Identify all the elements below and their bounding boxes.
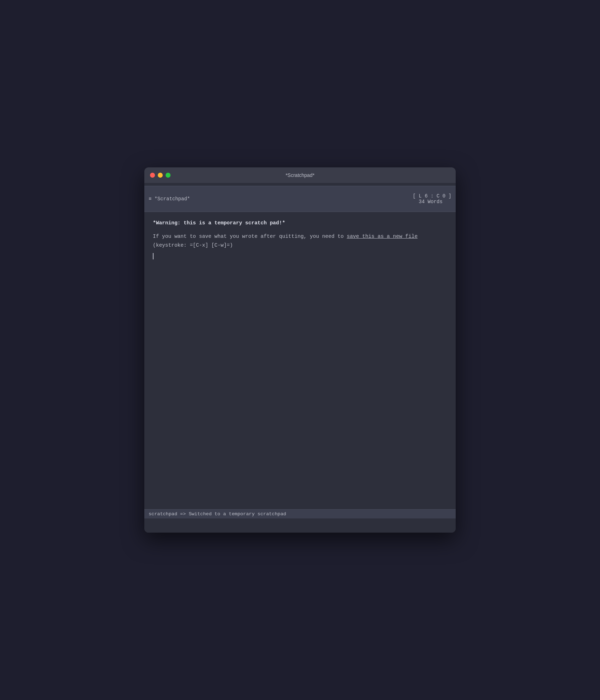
traffic-lights bbox=[150, 173, 171, 178]
minimize-button[interactable] bbox=[158, 173, 163, 178]
titlebar: *Scratchpad* bbox=[144, 167, 456, 183]
word-count: 34 Words bbox=[413, 199, 443, 205]
status-bar: scratchpad => Switched to a temporary sc… bbox=[144, 509, 456, 518]
bottom-padding bbox=[144, 518, 456, 533]
menu-icon: ≡ bbox=[149, 196, 151, 202]
info-suffix: (keystroke: =[C-x] [C-w]=) bbox=[153, 242, 233, 248]
position-indicator: [ L 6 : C 0 ] bbox=[413, 193, 451, 199]
mode-line-right: [ L 6 : C 0 ] 34 Words bbox=[389, 188, 451, 210]
warning-text: *Warning: this is a temporary scratch pa… bbox=[153, 219, 447, 227]
status-text: scratchpad => Switched to a temporary sc… bbox=[149, 511, 286, 517]
cursor-line bbox=[153, 253, 447, 259]
mode-line-left: ≡ *Scratchpad* bbox=[149, 196, 190, 202]
buffer-name: *Scratchpad* bbox=[154, 196, 190, 202]
app-window: *Scratchpad* ≡ *Scratchpad* [ L 6 : C 0 … bbox=[144, 167, 456, 533]
mode-line: ≡ *Scratchpad* [ L 6 : C 0 ] 34 Words bbox=[144, 186, 456, 212]
maximize-button[interactable] bbox=[166, 173, 171, 178]
info-prefix: If you want to save what you wrote after… bbox=[153, 234, 347, 239]
info-text: If you want to save what you wrote after… bbox=[153, 232, 447, 249]
content-area[interactable]: *Warning: this is a temporary scratch pa… bbox=[144, 212, 456, 502]
save-link[interactable]: save this as a new file bbox=[347, 234, 417, 239]
editor-area: ≡ *Scratchpad* [ L 6 : C 0 ] 34 Words *W… bbox=[144, 186, 456, 533]
text-cursor bbox=[153, 253, 154, 259]
window-title: *Scratchpad* bbox=[285, 172, 315, 178]
close-button[interactable] bbox=[150, 173, 155, 178]
